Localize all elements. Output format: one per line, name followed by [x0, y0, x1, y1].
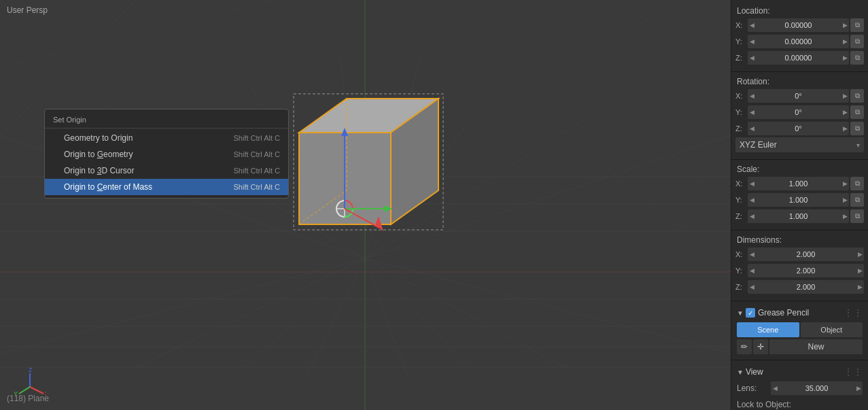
scale-y-arrow-right[interactable]: ▶	[841, 197, 849, 203]
lens-arrow-right[interactable]: ▶	[854, 385, 863, 392]
dimensions-section: Dimensions: X: ◀ ▶ Y: ◀ ▶ Z: ◀ ▶	[731, 233, 868, 298]
rotation-z-copy-btn[interactable]: ⧉	[850, 122, 864, 135]
rotation-x-arrow-left[interactable]: ◀	[748, 92, 756, 99]
scale-z-field[interactable]: ◀ ▶	[748, 209, 849, 223]
scale-y-copy-btn[interactable]: ⧉	[850, 193, 864, 207]
scale-y-input[interactable]	[756, 196, 841, 204]
location-x-input[interactable]	[756, 21, 841, 29]
rotation-y-copy-btn[interactable]: ⧉	[850, 105, 864, 119]
rotation-x-input[interactable]	[756, 92, 841, 100]
rotation-z-row: Z: ◀ ▶ ⧉	[735, 121, 864, 136]
rotation-z-field[interactable]: ◀ ▶	[748, 122, 849, 135]
rotation-x-copy-btn[interactable]: ⧉	[850, 89, 864, 103]
svg-text:Y: Y	[14, 390, 18, 397]
menu-item-origin-to-center-of-mass[interactable]: Origin to Center of Mass Shift Ctrl Alt …	[45, 179, 288, 195]
rotation-z-arrow-left[interactable]: ◀	[748, 125, 756, 132]
right-panel: Location: X: ◀ ▶ ⧉ Y: ◀ ▶ ⧉ Z: ◀	[731, 0, 868, 410]
scale-x-arrow-right[interactable]: ▶	[841, 180, 849, 187]
grease-pencil-new-btn[interactable]: New	[769, 339, 863, 354]
dimensions-z-input[interactable]	[756, 283, 856, 291]
divider-4	[731, 301, 868, 301]
scale-x-input[interactable]	[756, 180, 841, 188]
dimensions-x-input[interactable]	[756, 250, 856, 258]
scale-y-field[interactable]: ◀ ▶	[748, 193, 849, 207]
location-z-arrow-right[interactable]: ▶	[841, 54, 849, 61]
view-header[interactable]: ▼ View ⋮⋮	[734, 364, 865, 379]
dimensions-x-arrow-right[interactable]: ▶	[856, 251, 864, 258]
lens-input[interactable]	[779, 384, 854, 392]
lens-label: Lens:	[737, 383, 771, 393]
menu-item-origin-to-geometry[interactable]: Origin to Geometry Shift Ctrl Alt C	[45, 146, 288, 163]
rotation-y-input[interactable]	[756, 108, 841, 116]
scale-x-field[interactable]: ◀ ▶	[748, 177, 849, 190]
location-y-copy-btn[interactable]: ⧉	[850, 35, 864, 48]
location-z-copy-btn[interactable]: ⧉	[850, 51, 864, 65]
grease-pencil-add-icon-btn[interactable]: ✛	[753, 339, 768, 354]
grease-pencil-collapse-icon[interactable]: ▼	[737, 309, 744, 317]
location-x-copy-btn[interactable]: ⧉	[850, 18, 864, 32]
rotation-z-input[interactable]	[756, 124, 841, 133]
scale-section: Scale: X: ◀ ▶ ⧉ Y: ◀ ▶ ⧉ Z: ◀	[731, 163, 868, 227]
rotation-mode-dropdown[interactable]: XYZ Euler ▾	[735, 137, 864, 152]
grease-pencil-scene-tab[interactable]: Scene	[737, 322, 799, 337]
location-y-row: Y: ◀ ▶ ⧉	[735, 34, 864, 49]
dimensions-y-row: Y: ◀ ▶	[735, 263, 864, 278]
location-z-arrow-left[interactable]: ◀	[748, 54, 756, 61]
location-y-field[interactable]: ◀ ▶	[748, 35, 849, 48]
location-z-input[interactable]	[756, 54, 841, 62]
location-z-field[interactable]: ◀ ▶	[748, 51, 849, 65]
dimensions-x-field[interactable]: ◀ ▶	[748, 247, 864, 261]
scale-z-input[interactable]	[756, 212, 841, 220]
grease-pencil-object-tab[interactable]: Object	[801, 322, 863, 337]
rotation-y-row: Y: ◀ ▶ ⧉	[735, 105, 864, 120]
lens-field[interactable]: ◀ ▶	[771, 381, 863, 395]
location-x-arrow-left[interactable]: ◀	[748, 22, 756, 29]
rotation-z-arrow-right[interactable]: ▶	[841, 125, 849, 132]
dimensions-x-label: X:	[735, 250, 748, 258]
rotation-x-field[interactable]: ◀ ▶	[748, 89, 849, 103]
grease-pencil-checkbox[interactable]: ✓	[746, 308, 755, 318]
rotation-y-field[interactable]: ◀ ▶	[748, 105, 849, 119]
dimensions-z-field[interactable]: ◀ ▶	[748, 280, 864, 294]
grease-pencil-options-icon[interactable]: ⋮⋮	[844, 307, 863, 318]
view-options-icon[interactable]: ⋮⋮	[844, 366, 863, 377]
dimensions-y-field[interactable]: ◀ ▶	[748, 264, 864, 277]
dimensions-y-arrow-right[interactable]: ▶	[856, 267, 864, 274]
viewport[interactable]: User Persp (118) Plane Z X Y Set Origin …	[0, 0, 731, 410]
scale-z-copy-btn[interactable]: ⧉	[850, 209, 864, 223]
lock-to-object-label: Lock to Object:	[737, 400, 791, 409]
menu-item-origin-to-3d-cursor[interactable]: Origin to 3D Cursor Shift Ctrl Alt C	[45, 163, 288, 179]
svg-text:Z: Z	[29, 366, 33, 373]
location-z-row: Z: ◀ ▶ ⧉	[735, 50, 864, 65]
scale-x-arrow-left[interactable]: ◀	[748, 180, 756, 187]
location-y-input[interactable]	[756, 37, 841, 46]
menu-item-label: Geometry to Origin	[64, 133, 133, 143]
lens-arrow-left[interactable]: ◀	[771, 385, 779, 392]
divider-5	[731, 360, 868, 360]
location-y-arrow-left[interactable]: ◀	[748, 38, 756, 45]
scale-z-arrow-right[interactable]: ▶	[841, 213, 849, 220]
grease-pencil-new-row: ✏ ✛ New	[737, 339, 863, 354]
rotation-x-row: X: ◀ ▶ ⧉	[735, 88, 864, 103]
dimensions-z-arrow-right[interactable]: ▶	[856, 284, 864, 290]
view-title: View	[746, 367, 844, 377]
rotation-y-arrow-right[interactable]: ▶	[841, 109, 849, 116]
scale-y-arrow-left[interactable]: ◀	[748, 197, 756, 203]
dimensions-z-arrow-left[interactable]: ◀	[748, 284, 756, 290]
dimensions-x-arrow-left[interactable]: ◀	[748, 251, 756, 258]
view-section: ▼ View ⋮⋮ Lens: ◀ ▶ Lock to Object:	[731, 363, 868, 410]
rotation-y-arrow-left[interactable]: ◀	[748, 109, 756, 116]
dimensions-y-input[interactable]	[756, 267, 856, 275]
location-x-arrow-right[interactable]: ▶	[841, 22, 849, 29]
svg-text:X: X	[45, 390, 46, 397]
location-y-arrow-right[interactable]: ▶	[841, 38, 849, 45]
rotation-x-arrow-right[interactable]: ▶	[841, 92, 849, 99]
grease-pencil-edit-icon-btn[interactable]: ✏	[737, 339, 752, 354]
scale-x-copy-btn[interactable]: ⧉	[850, 177, 864, 190]
dimensions-y-label: Y:	[735, 267, 748, 275]
dimensions-label: Dimensions:	[735, 235, 864, 245]
location-x-field[interactable]: ◀ ▶	[748, 18, 849, 32]
dimensions-y-arrow-left[interactable]: ◀	[748, 267, 756, 274]
scale-z-arrow-left[interactable]: ◀	[748, 213, 756, 220]
menu-item-geometry-to-origin[interactable]: Geometry to Origin Shift Ctrl Alt C	[45, 130, 288, 146]
